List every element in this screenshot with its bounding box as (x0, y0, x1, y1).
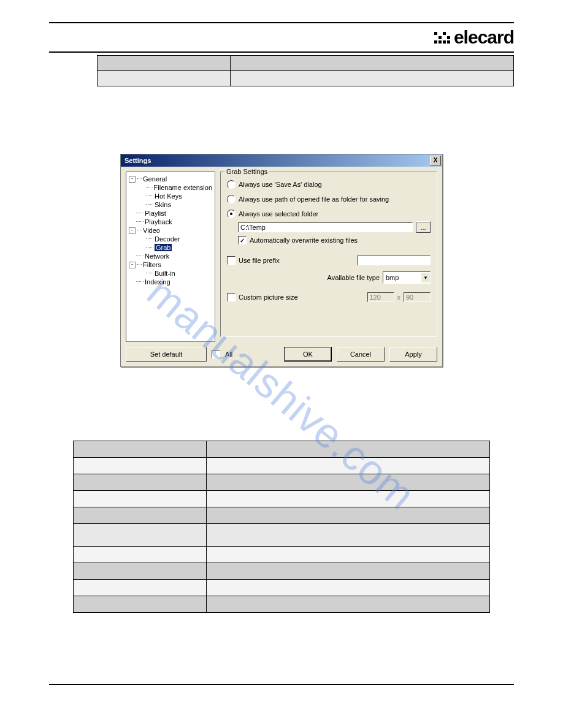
upper-doc-table (97, 55, 514, 86)
collapse-icon[interactable]: - (129, 227, 136, 234)
overwrite-checkbox[interactable]: ✓ (238, 236, 247, 245)
close-button[interactable]: X (430, 156, 441, 165)
elecard-logo: elecard (434, 27, 514, 48)
tree-hotkeys[interactable]: Hot Keys (155, 192, 182, 200)
radio-selected[interactable] (227, 210, 236, 218)
apply-button[interactable]: Apply (389, 347, 437, 362)
separator-rule (49, 51, 514, 53)
bottom-rule (49, 684, 514, 685)
settings-tree[interactable]: -General Filename extension Hot Keys Ski… (126, 172, 215, 342)
browse-button[interactable]: ... (416, 221, 431, 233)
prefix-field[interactable] (357, 256, 431, 265)
ok-button[interactable]: OK (284, 347, 332, 362)
overwrite-label: Automatically overwrite existing files (250, 237, 358, 244)
radio-saveas-label: Always use 'Save As' dialog (239, 181, 322, 188)
prefix-label: Use file prefix (239, 257, 280, 264)
tree-builtin[interactable]: Built-in (155, 270, 175, 277)
tree-indexing[interactable]: Indexing (145, 278, 170, 286)
filetype-select[interactable]: bmp ▼ (383, 271, 431, 284)
titlebar[interactable]: Settings X (121, 154, 442, 167)
tree-general[interactable]: General (143, 175, 167, 183)
radio-path-label: Always use path of opened file as folder… (239, 195, 389, 203)
tree-filename-ext[interactable]: Filename extension (154, 184, 212, 191)
filetype-value: bmp (383, 274, 421, 281)
tree-filters[interactable]: Filters (143, 261, 161, 268)
customsize-checkbox[interactable] (227, 293, 236, 301)
collapse-icon[interactable]: - (129, 262, 136, 268)
set-default-button[interactable]: Set default (126, 347, 207, 362)
settings-dialog: Settings X -General Filename extension H… (120, 154, 443, 367)
top-rule (49, 22, 514, 23)
tree-network[interactable]: Network (145, 252, 169, 260)
cancel-button[interactable]: Cancel (337, 347, 385, 362)
width-field[interactable]: 120 (367, 292, 394, 302)
radio-path[interactable] (227, 195, 236, 203)
lower-doc-table (73, 441, 490, 613)
radio-selected-label: Always use selected folder (239, 210, 318, 218)
folder-path-field[interactable]: C:\Temp (238, 222, 413, 232)
tree-playlist[interactable]: Playlist (145, 210, 166, 217)
radio-saveas[interactable] (227, 180, 236, 189)
dialog-title: Settings (124, 157, 151, 164)
x-label: x (397, 294, 401, 301)
customsize-label: Custom picture size (239, 294, 298, 301)
chevron-down-icon: ▼ (421, 273, 430, 282)
grab-settings-group: Grab Settings Always use 'Save As' dialo… (220, 172, 437, 337)
tree-video[interactable]: Video (143, 227, 160, 234)
tree-playback[interactable]: Playback (145, 218, 172, 226)
all-label: All (225, 351, 232, 358)
all-checkbox[interactable] (212, 350, 220, 358)
tree-decoder[interactable]: Decoder (155, 235, 180, 243)
group-label: Grab Settings (224, 168, 269, 175)
tree-skins[interactable]: Skins (155, 201, 171, 208)
height-field[interactable]: 90 (404, 292, 431, 302)
tree-grab[interactable]: Grab (155, 244, 172, 251)
filetype-label: Available file type (327, 274, 380, 281)
collapse-icon[interactable]: - (129, 176, 136, 183)
prefix-checkbox[interactable] (227, 256, 236, 265)
